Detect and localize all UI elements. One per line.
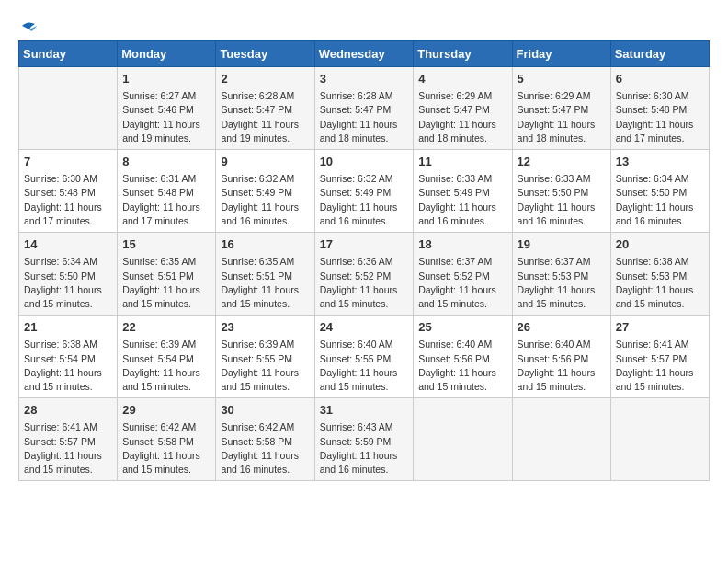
calendar-cell: 3Sunrise: 6:28 AM Sunset: 5:47 PM Daylig… xyxy=(314,67,414,150)
calendar-header-row: SundayMondayTuesdayWednesdayThursdayFrid… xyxy=(19,41,710,67)
day-number: 6 xyxy=(616,71,704,87)
weekday-header-thursday: Thursday xyxy=(414,41,512,67)
calendar-cell: 28Sunrise: 6:41 AM Sunset: 5:57 PM Dayli… xyxy=(19,398,118,481)
calendar-cell: 20Sunrise: 6:38 AM Sunset: 5:53 PM Dayli… xyxy=(610,233,709,316)
calendar-cell: 25Sunrise: 6:40 AM Sunset: 5:56 PM Dayli… xyxy=(414,316,512,398)
day-info: Sunrise: 6:34 AM Sunset: 5:50 PM Dayligh… xyxy=(24,255,112,311)
calendar-cell: 17Sunrise: 6:36 AM Sunset: 5:52 PM Dayli… xyxy=(314,233,414,316)
calendar-week-row: 1Sunrise: 6:27 AM Sunset: 5:46 PM Daylig… xyxy=(19,67,710,150)
day-number: 13 xyxy=(616,154,704,170)
day-number: 27 xyxy=(616,319,704,336)
day-info: Sunrise: 6:27 AM Sunset: 5:46 PM Dayligh… xyxy=(122,89,210,145)
calendar-cell: 27Sunrise: 6:41 AM Sunset: 5:57 PM Dayli… xyxy=(610,316,709,398)
day-number: 5 xyxy=(518,71,606,87)
day-number: 22 xyxy=(122,319,210,336)
day-info: Sunrise: 6:30 AM Sunset: 5:48 PM Dayligh… xyxy=(616,89,704,145)
day-info: Sunrise: 6:35 AM Sunset: 5:51 PM Dayligh… xyxy=(221,255,309,311)
day-info: Sunrise: 6:31 AM Sunset: 5:48 PM Dayligh… xyxy=(122,172,210,228)
day-info: Sunrise: 6:30 AM Sunset: 5:48 PM Dayligh… xyxy=(24,172,112,228)
day-info: Sunrise: 6:37 AM Sunset: 5:52 PM Dayligh… xyxy=(418,255,506,311)
calendar-cell xyxy=(512,398,610,481)
calendar-cell: 13Sunrise: 6:34 AM Sunset: 5:50 PM Dayli… xyxy=(610,150,709,233)
calendar-cell: 24Sunrise: 6:40 AM Sunset: 5:55 PM Dayli… xyxy=(314,316,414,398)
calendar-cell: 16Sunrise: 6:35 AM Sunset: 5:51 PM Dayli… xyxy=(216,233,314,316)
calendar-cell: 4Sunrise: 6:29 AM Sunset: 5:47 PM Daylig… xyxy=(414,67,512,150)
calendar-cell: 15Sunrise: 6:35 AM Sunset: 5:51 PM Dayli… xyxy=(118,233,216,316)
calendar-cell: 18Sunrise: 6:37 AM Sunset: 5:52 PM Dayli… xyxy=(414,233,512,316)
calendar-cell: 2Sunrise: 6:28 AM Sunset: 5:47 PM Daylig… xyxy=(216,67,314,150)
day-number: 31 xyxy=(320,402,409,419)
day-info: Sunrise: 6:28 AM Sunset: 5:47 PM Dayligh… xyxy=(320,89,409,145)
day-number: 4 xyxy=(418,71,506,87)
calendar-cell: 1Sunrise: 6:27 AM Sunset: 5:46 PM Daylig… xyxy=(118,67,216,150)
calendar-cell: 30Sunrise: 6:42 AM Sunset: 5:58 PM Dayli… xyxy=(216,398,314,481)
day-number: 20 xyxy=(616,236,704,253)
calendar-cell: 26Sunrise: 6:40 AM Sunset: 5:56 PM Dayli… xyxy=(512,316,610,398)
calendar-week-row: 7Sunrise: 6:30 AM Sunset: 5:48 PM Daylig… xyxy=(19,150,710,233)
day-number: 16 xyxy=(221,236,309,253)
day-number: 25 xyxy=(418,319,506,336)
day-number: 30 xyxy=(221,402,309,419)
calendar-cell: 21Sunrise: 6:38 AM Sunset: 5:54 PM Dayli… xyxy=(19,316,118,398)
day-number: 15 xyxy=(122,236,210,253)
calendar-table: SundayMondayTuesdayWednesdayThursdayFrid… xyxy=(18,40,710,481)
day-number: 3 xyxy=(320,71,409,87)
calendar-cell: 31Sunrise: 6:43 AM Sunset: 5:59 PM Dayli… xyxy=(314,398,414,481)
day-info: Sunrise: 6:29 AM Sunset: 5:47 PM Dayligh… xyxy=(418,89,506,145)
day-info: Sunrise: 6:40 AM Sunset: 5:56 PM Dayligh… xyxy=(518,338,606,394)
weekday-header-friday: Friday xyxy=(512,41,610,67)
day-info: Sunrise: 6:41 AM Sunset: 5:57 PM Dayligh… xyxy=(616,338,704,394)
calendar-cell: 29Sunrise: 6:42 AM Sunset: 5:58 PM Dayli… xyxy=(118,398,216,481)
day-info: Sunrise: 6:29 AM Sunset: 5:47 PM Dayligh… xyxy=(518,89,606,145)
day-info: Sunrise: 6:33 AM Sunset: 5:50 PM Dayligh… xyxy=(518,172,606,228)
day-number: 10 xyxy=(320,154,409,170)
day-number: 23 xyxy=(221,319,309,336)
day-number: 11 xyxy=(418,154,506,170)
day-info: Sunrise: 6:28 AM Sunset: 5:47 PM Dayligh… xyxy=(221,89,309,145)
calendar-cell: 14Sunrise: 6:34 AM Sunset: 5:50 PM Dayli… xyxy=(19,233,118,316)
day-info: Sunrise: 6:43 AM Sunset: 5:59 PM Dayligh… xyxy=(320,420,409,477)
day-info: Sunrise: 6:39 AM Sunset: 5:55 PM Dayligh… xyxy=(221,338,309,394)
calendar-week-row: 14Sunrise: 6:34 AM Sunset: 5:50 PM Dayli… xyxy=(19,233,710,316)
day-number: 12 xyxy=(518,154,606,170)
day-info: Sunrise: 6:37 AM Sunset: 5:53 PM Dayligh… xyxy=(518,255,606,311)
calendar-cell: 19Sunrise: 6:37 AM Sunset: 5:53 PM Dayli… xyxy=(512,233,610,316)
calendar-cell: 22Sunrise: 6:39 AM Sunset: 5:54 PM Dayli… xyxy=(118,316,216,398)
day-number: 24 xyxy=(320,319,409,336)
calendar-cell: 23Sunrise: 6:39 AM Sunset: 5:55 PM Dayli… xyxy=(216,316,314,398)
calendar-cell xyxy=(610,398,709,481)
calendar-cell: 5Sunrise: 6:29 AM Sunset: 5:47 PM Daylig… xyxy=(512,67,610,150)
day-number: 21 xyxy=(24,319,112,336)
day-number: 14 xyxy=(24,236,112,253)
day-number: 9 xyxy=(221,154,309,170)
day-info: Sunrise: 6:35 AM Sunset: 5:51 PM Dayligh… xyxy=(122,255,210,311)
day-info: Sunrise: 6:32 AM Sunset: 5:49 PM Dayligh… xyxy=(320,172,409,228)
calendar-cell: 11Sunrise: 6:33 AM Sunset: 5:49 PM Dayli… xyxy=(414,150,512,233)
logo-bird-icon xyxy=(20,18,37,33)
day-number: 29 xyxy=(122,402,210,419)
calendar-week-row: 28Sunrise: 6:41 AM Sunset: 5:57 PM Dayli… xyxy=(19,398,710,481)
calendar-cell: 8Sunrise: 6:31 AM Sunset: 5:48 PM Daylig… xyxy=(118,150,216,233)
day-info: Sunrise: 6:42 AM Sunset: 5:58 PM Dayligh… xyxy=(122,420,210,477)
calendar-cell: 10Sunrise: 6:32 AM Sunset: 5:49 PM Dayli… xyxy=(314,150,414,233)
calendar-cell: 9Sunrise: 6:32 AM Sunset: 5:49 PM Daylig… xyxy=(216,150,314,233)
weekday-header-wednesday: Wednesday xyxy=(314,41,414,67)
day-number: 28 xyxy=(24,402,112,419)
day-info: Sunrise: 6:40 AM Sunset: 5:56 PM Dayligh… xyxy=(418,338,506,394)
calendar-week-row: 21Sunrise: 6:38 AM Sunset: 5:54 PM Dayli… xyxy=(19,316,710,398)
day-info: Sunrise: 6:40 AM Sunset: 5:55 PM Dayligh… xyxy=(320,338,409,394)
day-number: 19 xyxy=(518,236,606,253)
day-info: Sunrise: 6:39 AM Sunset: 5:54 PM Dayligh… xyxy=(122,338,210,394)
day-number: 26 xyxy=(518,319,606,336)
calendar-cell: 7Sunrise: 6:30 AM Sunset: 5:48 PM Daylig… xyxy=(19,150,118,233)
day-number: 1 xyxy=(122,71,210,87)
day-info: Sunrise: 6:41 AM Sunset: 5:57 PM Dayligh… xyxy=(24,420,112,477)
calendar-cell: 6Sunrise: 6:30 AM Sunset: 5:48 PM Daylig… xyxy=(610,67,709,150)
day-number: 17 xyxy=(320,236,409,253)
day-info: Sunrise: 6:38 AM Sunset: 5:54 PM Dayligh… xyxy=(24,338,112,394)
calendar-cell xyxy=(414,398,512,481)
day-number: 18 xyxy=(418,236,506,253)
day-info: Sunrise: 6:33 AM Sunset: 5:49 PM Dayligh… xyxy=(418,172,506,228)
weekday-header-sunday: Sunday xyxy=(19,41,118,67)
day-number: 8 xyxy=(122,154,210,170)
